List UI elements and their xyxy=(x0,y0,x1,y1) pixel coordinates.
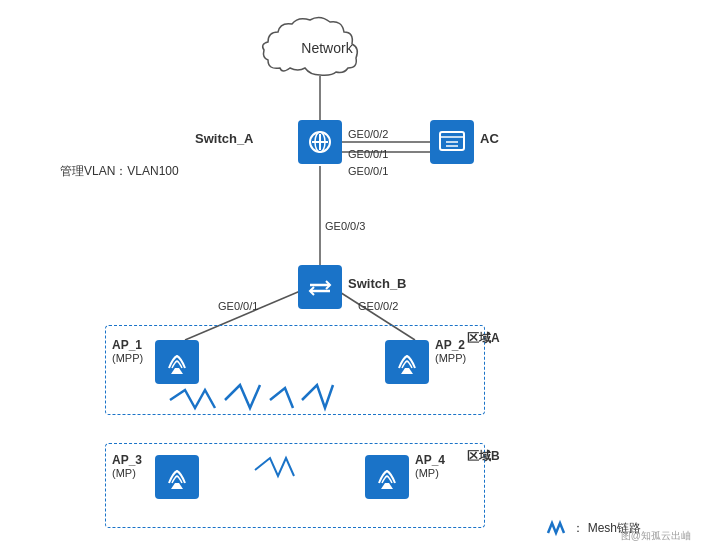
switch-a-icon xyxy=(298,120,342,164)
svg-marker-17 xyxy=(171,368,183,374)
ge-switch-b-right: GE0/0/2 xyxy=(358,300,398,312)
ap2-icon xyxy=(385,340,429,384)
svg-marker-23 xyxy=(381,483,393,489)
ge-switch-a-ac-top: GE0/0/2 xyxy=(348,128,388,140)
network-diagram: Network Switch_A 管理VLAN：VLAN100 GE0/0/2 … xyxy=(0,0,701,547)
zone-b-label: 区域B xyxy=(467,448,500,465)
ac-label: AC xyxy=(480,131,499,146)
ap3-icon xyxy=(155,455,199,499)
ap1-icon xyxy=(155,340,199,384)
zone-a-label: 区域A xyxy=(467,330,500,347)
ap3-sublabel: (MP) xyxy=(112,467,136,479)
cloud-label: Network xyxy=(272,40,382,56)
ap1-sublabel: (MPP) xyxy=(112,352,143,364)
ac-icon xyxy=(430,120,474,164)
ge-ac-label: GE0/0/1 xyxy=(348,165,388,177)
svg-rect-10 xyxy=(440,132,464,150)
ap2-sublabel: (MPP) xyxy=(435,352,466,364)
switch-a-label: Switch_A xyxy=(195,131,254,146)
ap3-label: AP_3 xyxy=(112,453,142,467)
svg-marker-19 xyxy=(401,368,413,374)
ap4-icon xyxy=(365,455,409,499)
ap4-label: AP_4 xyxy=(415,453,445,467)
ap2-label: AP_2 xyxy=(435,338,465,352)
ge-switch-b-left: GE0/0/1 xyxy=(218,300,258,312)
switch-b-label: Switch_B xyxy=(348,276,407,291)
ge-switch-a-ac-bottom: GE0/0/1 xyxy=(348,148,388,160)
svg-marker-21 xyxy=(171,483,183,489)
mesh-link-icon xyxy=(546,519,568,537)
cloud-shape xyxy=(263,17,358,75)
ap4-sublabel: (MP) xyxy=(415,467,439,479)
watermark: 图@知孤云出岫 xyxy=(621,529,691,543)
ge-switch-a-switch-b: GE0/0/3 xyxy=(325,220,365,232)
vlan-label: 管理VLAN：VLAN100 xyxy=(60,163,179,180)
switch-b-icon xyxy=(298,265,342,309)
ap1-label: AP_1 xyxy=(112,338,142,352)
